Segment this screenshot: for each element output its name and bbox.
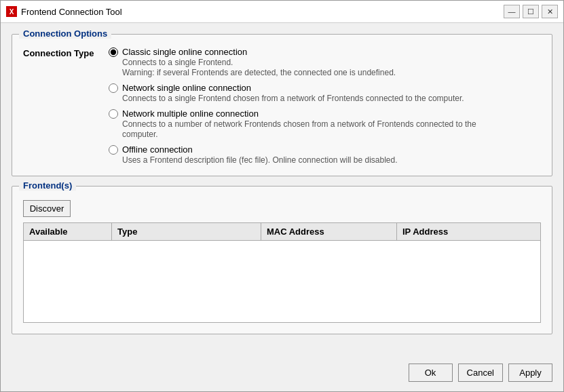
radio-offline[interactable]: [109, 145, 118, 155]
title-bar: X Frontend Connection Tool — ☐ ✕: [1, 1, 563, 23]
col-type: Type: [112, 223, 261, 240]
maximize-button[interactable]: ☐: [523, 5, 539, 18]
window-title: Frontend Connection Tool: [21, 7, 504, 17]
radio-network-single-sub1: Connects to a single Frontend chosen fro…: [122, 94, 476, 103]
window-content: Connection Options Connection Type Class…: [1, 23, 563, 358]
connection-options-legend: Connection Options: [19, 28, 111, 39]
radio-group: Classic single online connection Connect…: [109, 47, 476, 165]
radio-network-single-label: Network single online connection: [122, 83, 251, 93]
frontends-group: Frontend(s) Discover Available Type MAC …: [12, 186, 552, 334]
col-available: Available: [24, 223, 112, 240]
col-mac: MAC Address: [261, 223, 397, 240]
table-header: Available Type MAC Address IP Address: [24, 223, 540, 241]
radio-classic[interactable]: [109, 47, 118, 57]
radio-row-network-single: Network single online connection: [109, 83, 476, 93]
app-icon: X: [6, 6, 17, 17]
cancel-button[interactable]: Cancel: [458, 364, 503, 382]
ok-button[interactable]: Ok: [409, 364, 453, 382]
apply-button[interactable]: Apply: [508, 364, 552, 382]
radio-option-offline: Offline connection Uses a Frontend descr…: [109, 144, 476, 165]
col-ip: IP Address: [397, 223, 540, 240]
radio-option-classic: Classic single online connection Connect…: [109, 47, 476, 77]
main-window: X Frontend Connection Tool — ☐ ✕ Connect…: [0, 0, 564, 392]
radio-option-network-single: Network single online connection Connect…: [109, 83, 476, 103]
radio-network-multiple[interactable]: [109, 109, 118, 119]
radio-network-multiple-label: Network multiple online connection: [122, 109, 259, 119]
window-controls: — ☐ ✕: [504, 5, 558, 18]
radio-row-offline: Offline connection: [109, 144, 476, 155]
radio-row-network-multiple: Network multiple online connection: [109, 109, 476, 119]
radio-network-multiple-sub2: computer.: [122, 130, 476, 139]
connection-type-label: Connection Type: [23, 47, 98, 165]
table-body: [24, 241, 540, 322]
frontends-layout: Discover Available Type MAC Address IP A…: [23, 195, 541, 323]
connection-options-layout: Connection Type Classic single online co…: [23, 43, 541, 165]
bottom-bar: Ok Cancel Apply: [1, 358, 563, 391]
frontends-table: Available Type MAC Address IP Address: [23, 222, 541, 323]
radio-classic-sub1: Connects to a single Frontend.: [122, 58, 476, 67]
discover-button[interactable]: Discover: [23, 200, 71, 217]
connection-options-group: Connection Options Connection Type Class…: [12, 34, 552, 176]
radio-network-multiple-sub1: Connects to a number of network Frontend…: [122, 119, 476, 129]
minimize-button[interactable]: —: [504, 5, 520, 18]
radio-offline-sub1: Uses a Frontend description file (fec fi…: [122, 155, 476, 165]
frontends-legend: Frontend(s): [19, 180, 76, 191]
radio-classic-label: Classic single online connection: [122, 47, 247, 57]
radio-offline-label: Offline connection: [122, 144, 193, 155]
close-button[interactable]: ✕: [542, 5, 558, 18]
radio-option-network-multiple: Network multiple online connection Conne…: [109, 109, 476, 139]
radio-network-single[interactable]: [109, 83, 118, 93]
radio-row-classic: Classic single online connection: [109, 47, 476, 57]
radio-classic-sub2: Warning: if several Frontends are detect…: [122, 68, 476, 77]
